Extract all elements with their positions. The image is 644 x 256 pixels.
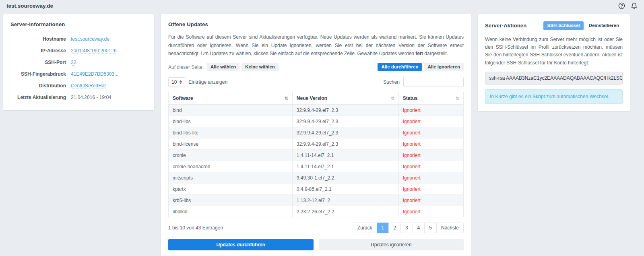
- pagination-page-5[interactable]: 5: [424, 223, 437, 233]
- table-controls: 10 Einträge anzeigen Suchen: [168, 77, 464, 87]
- pagination-page-4[interactable]: 4: [413, 223, 425, 233]
- notice-message: In Kürze gibt es ein Skript zum automati…: [485, 89, 623, 104]
- cell-status[interactable]: Ignoriert: [398, 105, 463, 116]
- pagination-page-3[interactable]: 3: [400, 223, 413, 233]
- server-info-title: Server-Informationen: [10, 21, 147, 27]
- cell-software[interactable]: kpartx: [169, 184, 293, 195]
- info-label: Distribution: [10, 83, 71, 89]
- editable-value-link[interactable]: 2a01:4f8:190:2001::6: [71, 48, 116, 54]
- cell-version[interactable]: 32:9.9.4-29.el7_2.3: [292, 138, 398, 150]
- uninstall-button[interactable]: Deinstallieren: [585, 21, 623, 30]
- entries-info-text: 1 bis 10 von 43 Einträgen: [168, 225, 223, 231]
- server-info-rows: Hostname test.sourceway.de IP-Adresse 2a…: [10, 33, 147, 103]
- notifications-bell-icon[interactable]: [631, 2, 638, 9]
- column-header-status[interactable]: Status⇅: [398, 92, 463, 105]
- server-info-card: Server-Informationen Hostname test.sourc…: [3, 14, 154, 110]
- cell-version[interactable]: 9.49.30-1.el7_2.2: [292, 172, 398, 184]
- cell-status[interactable]: Ignoriert: [398, 127, 463, 138]
- table-row[interactable]: kpartx 0.4.9-85.el7_2.1 Ignoriert: [169, 184, 464, 195]
- server-info-row: Letzte Aktualisierung 21.04.2016 - 19:04: [10, 91, 147, 103]
- selection-row: Auf dieser Seite: Alle wählen Keine wähl…: [168, 63, 464, 72]
- sort-icon[interactable]: ⇅: [391, 96, 394, 101]
- cell-software[interactable]: krb5-libs: [169, 195, 293, 206]
- cell-software[interactable]: bind: [169, 105, 293, 116]
- cell-software[interactable]: bind-libs: [169, 116, 293, 127]
- cell-status[interactable]: Ignoriert: [398, 138, 463, 150]
- cell-version[interactable]: 32:9.9.4-29.el7_2.3: [292, 105, 398, 116]
- help-icon[interactable]: [618, 2, 625, 9]
- sort-icon[interactable]: ⇅: [456, 96, 459, 101]
- cell-status[interactable]: Ignoriert: [398, 172, 463, 184]
- cell-status[interactable]: Ignoriert: [398, 161, 463, 172]
- column-header-software[interactable]: Software⇅: [169, 92, 293, 105]
- editable-value-link[interactable]: 22: [71, 60, 76, 66]
- editable-value-link[interactable]: 41E49E2D7BD5303...: [71, 71, 118, 77]
- cell-status[interactable]: Ignoriert: [398, 150, 463, 161]
- column-header-version[interactable]: Neue Version⇅: [292, 92, 398, 105]
- cell-software[interactable]: bind-license: [169, 138, 293, 150]
- ssh-key-value: ssh-rsa AAAAB3NzaC1yc2EAAAADAQABAAACAQC/…: [485, 72, 623, 85]
- topbar: test.sourceway.de: [0, 0, 644, 11]
- server-info-row: SSH-Port 22: [10, 56, 147, 68]
- server-info-row: Distribution CentOS/RedHat: [10, 80, 147, 91]
- main-content: Server-Informationen Hostname test.sourc…: [0, 11, 644, 256]
- entries-count-select[interactable]: 10: [168, 77, 185, 87]
- page-selection-group: Auf dieser Seite: Alle wählen Keine wähl…: [168, 63, 279, 72]
- apply-all-button[interactable]: Alle durchführen: [378, 63, 422, 72]
- server-info-row: SSH-Fingerabdruck 41E49E2D7BD5303...: [10, 68, 147, 80]
- cell-status[interactable]: Ignoriert: [398, 195, 463, 206]
- cell-version[interactable]: 0.4.9-85.el7_2.1: [292, 184, 398, 195]
- cell-version[interactable]: 2.23.2-26.el7_2.2: [292, 206, 398, 217]
- server-actions-header: Server-Aktionen SSH-Schlüssel Deinstalli…: [485, 21, 623, 30]
- cell-version[interactable]: 1.4.11-14.el7_2.1: [292, 161, 398, 172]
- sort-icon[interactable]: ⇅: [285, 96, 288, 101]
- cell-version[interactable]: 1.4.11-14.el7_2.1: [292, 150, 398, 161]
- table-row[interactable]: bind-libs-lite 32:9.9.4-29.el7_2.3 Ignor…: [169, 127, 464, 138]
- cell-status[interactable]: Ignoriert: [398, 184, 463, 195]
- ssh-key-button[interactable]: SSH-Schlüssel: [543, 21, 583, 30]
- updates-table-header-row: Software⇅ Neue Version⇅ Status⇅: [169, 92, 464, 105]
- editable-value-link[interactable]: CentOS/RedHat: [71, 83, 106, 89]
- pagination: Zurück 1 2 3 4 5 Nächste: [353, 223, 464, 233]
- cell-version[interactable]: 32:9.9.4-29.el7_2.3: [292, 127, 398, 138]
- table-row[interactable]: bind 32:9.9.4-29.el7_2.3 Ignoriert: [169, 105, 464, 116]
- cell-software[interactable]: bind-libs-lite: [169, 127, 293, 138]
- table-row[interactable]: bind-libs 32:9.9.4-29.el7_2.3 Ignoriert: [169, 116, 464, 127]
- info-value: 2a01:4f8:190:2001::6: [71, 48, 116, 54]
- search-control: Suchen: [383, 77, 464, 87]
- table-row[interactable]: libblkid 2.23.2-26.el7_2.2 Ignoriert: [169, 206, 464, 217]
- ignore-updates-button[interactable]: Updates ignorieren: [319, 239, 464, 250]
- editable-value-link[interactable]: test.sourceway.de: [71, 36, 109, 42]
- select-all-button[interactable]: Alle wählen: [207, 63, 239, 72]
- cell-software[interactable]: libblkid: [169, 206, 293, 217]
- cell-version[interactable]: 1.13.2-12.el7_2: [292, 195, 398, 206]
- entries-length-control: 10 Einträge anzeigen: [168, 77, 227, 87]
- ignore-all-button[interactable]: Alle ignorieren: [424, 63, 464, 72]
- server-actions-title: Server-Aktionen: [485, 23, 526, 29]
- table-row[interactable]: initscripts 9.49.30-1.el7_2.2 Ignoriert: [169, 172, 464, 184]
- pagination-page-1[interactable]: 1: [377, 223, 389, 233]
- table-row[interactable]: cronie 1.4.11-14.el7_2.1 Ignoriert: [169, 150, 464, 161]
- table-row[interactable]: bind-license 32:9.9.4-29.el7_2.3 Ignorie…: [169, 138, 464, 150]
- table-row[interactable]: krb5-libs 1.13.2-12.el7_2 Ignoriert: [169, 195, 464, 206]
- info-label: Hostname: [10, 36, 71, 42]
- cell-software[interactable]: initscripts: [169, 172, 293, 184]
- select-none-button[interactable]: Keine wählen: [242, 63, 279, 72]
- pagination-page-2[interactable]: 2: [388, 223, 401, 233]
- cell-status[interactable]: Ignoriert: [398, 206, 463, 217]
- search-input[interactable]: [403, 77, 464, 87]
- info-value: test.sourceway.de: [71, 36, 109, 42]
- cell-status[interactable]: Ignoriert: [398, 116, 463, 127]
- updates-description-bold: fett: [415, 51, 423, 56]
- info-value: 21.04.2016 - 19:04: [71, 95, 111, 100]
- table-row[interactable]: cronie-noanacron 1.4.11-14.el7_2.1 Ignor…: [169, 161, 464, 172]
- open-updates-title: Offene Updates: [168, 21, 464, 27]
- info-value: 22: [71, 60, 76, 65]
- entries-count-value: 10: [171, 79, 177, 85]
- pagination-next-button[interactable]: Nächste: [436, 223, 464, 233]
- apply-updates-button[interactable]: Updates durchführen: [168, 239, 314, 250]
- cell-software[interactable]: cronie-noanacron: [169, 161, 293, 172]
- cell-software[interactable]: cronie: [169, 150, 293, 161]
- cell-version[interactable]: 32:9.9.4-29.el7_2.3: [292, 116, 398, 127]
- pagination-prev-button[interactable]: Zurück: [353, 223, 377, 233]
